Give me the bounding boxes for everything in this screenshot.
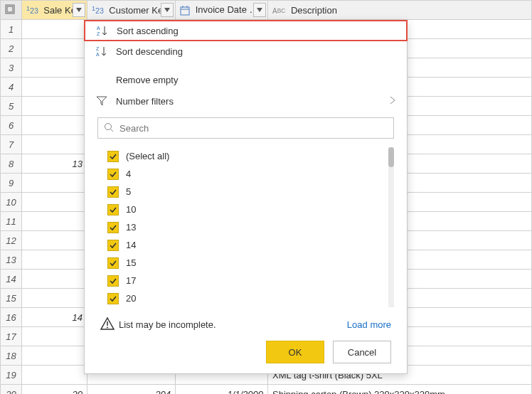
date-type-icon [180, 6, 190, 16]
checkbox-checked[interactable] [107, 240, 119, 251]
filter-value-item[interactable]: 5 [97, 183, 387, 201]
column-filter-dropdown[interactable] [161, 3, 174, 17]
menu-label: Number filters [116, 96, 174, 107]
row-number: 10 [1, 193, 22, 212]
row-number: 9 [1, 174, 22, 193]
filter-icon [96, 95, 116, 107]
row-number: 20 [1, 385, 22, 395]
number-filters[interactable]: Number filters [85, 90, 407, 112]
checkbox-checked[interactable] [107, 186, 119, 198]
filter-value-label: (Select all) [126, 151, 169, 161]
svg-text:A: A [97, 26, 100, 31]
row-number: 12 [1, 231, 22, 250]
column-label: Customer Key [109, 5, 167, 16]
row-number: 1 [1, 20, 22, 39]
cell-sale-key [22, 135, 87, 154]
row-number: 7 [1, 135, 22, 154]
cell-sale-key [22, 212, 87, 231]
filter-value-label: 14 [126, 240, 136, 250]
cell-description: Shipping carton (Brown) 229x229x229mm [268, 385, 532, 395]
svg-line-17 [111, 129, 114, 132]
row-number: 6 [1, 116, 22, 135]
row-number: 2 [1, 39, 22, 58]
sort-ascending[interactable]: AZ Sort ascending [84, 20, 408, 41]
incomplete-message: List may be incomplete. [119, 319, 216, 330]
sort-asc-icon: AZ [97, 25, 117, 36]
cell-sale-key [22, 289, 87, 308]
svg-marker-2 [76, 8, 82, 12]
filter-value-label: 20 [126, 293, 136, 304]
filter-value-item[interactable]: 20 [97, 289, 387, 307]
checkbox-checked[interactable] [107, 169, 119, 180]
filter-value-label: 5 [126, 186, 131, 197]
filter-value-item[interactable]: (Select all) [97, 147, 387, 165]
checkbox-checked[interactable] [107, 257, 119, 269]
remove-empty[interactable]: Remove empty [85, 69, 407, 90]
checkbox-checked[interactable] [107, 204, 119, 215]
number-type-icon: 123 [26, 6, 38, 15]
menu-label: Remove empty [116, 75, 395, 85]
cell-sale-key [22, 327, 87, 346]
cancel-button[interactable]: Cancel [333, 341, 391, 363]
ok-button[interactable]: OK [266, 341, 324, 363]
cell-sale-key [22, 39, 87, 58]
filter-value-label: 13 [126, 222, 136, 233]
cell-sale-key [22, 116, 87, 135]
filter-value-item[interactable]: 14 [97, 236, 387, 254]
sort-desc-icon: ZA [96, 46, 116, 57]
menu-label: Sort descending [116, 46, 395, 57]
column-header-invoice-date-key[interactable]: Invoice Date Key [176, 1, 268, 20]
scrollbar[interactable] [388, 147, 394, 307]
cell-sale-key [22, 174, 87, 193]
search-input[interactable] [118, 122, 388, 134]
svg-marker-8 [257, 8, 262, 12]
svg-marker-15 [97, 97, 107, 105]
row-number: 4 [1, 78, 22, 97]
filter-value-item[interactable]: 15 [97, 254, 387, 272]
filter-value-label: 15 [126, 257, 136, 268]
row-number: 19 [1, 366, 22, 385]
scrollbar-thumb[interactable] [388, 147, 394, 167]
filter-value-item[interactable]: 13 [97, 218, 387, 236]
filter-value-item[interactable]: 10 [97, 201, 387, 218]
select-all-corner[interactable] [1, 1, 22, 20]
filter-value-label: 4 [126, 169, 131, 179]
filter-value-label: 17 [126, 275, 136, 286]
number-type-icon: 123 [92, 6, 104, 15]
cell-sale-key [22, 231, 87, 250]
cell-sale-key: 13 [22, 154, 87, 174]
cell-sale-key [22, 346, 87, 366]
cell-sale-key [22, 270, 87, 289]
cell-sale-key [22, 78, 87, 97]
filter-values-list: (Select all)45101314151720 [97, 147, 394, 307]
filter-search[interactable] [97, 117, 394, 139]
checkbox-checked[interactable] [107, 151, 119, 162]
filter-value-label: 10 [126, 204, 136, 215]
row-number: 8 [1, 154, 22, 174]
chevron-right-icon [390, 96, 395, 107]
column-filter-dropdown[interactable] [253, 3, 266, 17]
svg-point-20 [107, 327, 108, 329]
filter-value-item[interactable]: 4 [97, 165, 387, 183]
row-number: 11 [1, 212, 22, 231]
cell-invoice-date: 1/1/2000 [176, 385, 268, 395]
cell-sale-key [22, 250, 87, 270]
button-label: OK [289, 347, 302, 358]
sort-descending[interactable]: ZA Sort descending [85, 41, 407, 62]
svg-point-16 [105, 123, 112, 129]
load-more-link[interactable]: Load more [347, 319, 391, 330]
table-row[interactable]: 20203041/1/2000Shipping carton (Brown) 2… [1, 385, 532, 395]
column-header-customer-key[interactable]: 123 Customer Key [87, 1, 176, 20]
filter-value-item[interactable]: 17 [97, 272, 387, 289]
column-header-sale-key[interactable]: 123 Sale Key [22, 1, 87, 20]
cell-customer-key: 304 [87, 385, 176, 395]
svg-text:Z: Z [97, 31, 100, 36]
checkbox-checked[interactable] [107, 222, 119, 233]
checkbox-checked[interactable] [107, 275, 119, 287]
column-filter-dropdown[interactable] [73, 3, 85, 17]
button-label: Cancel [348, 347, 376, 358]
column-header-description[interactable]: ABC Description [268, 1, 532, 20]
row-number: 15 [1, 289, 22, 308]
checkbox-checked[interactable] [107, 293, 119, 304]
cell-sale-key [22, 366, 87, 385]
